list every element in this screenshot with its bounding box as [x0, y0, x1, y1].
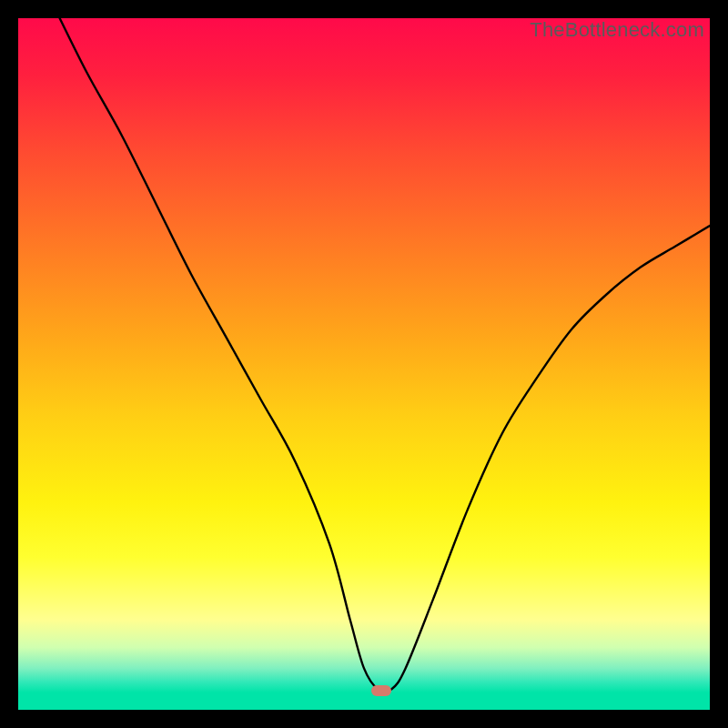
bottleneck-curve	[18, 18, 710, 710]
axis-border-top	[0, 0, 728, 18]
axis-border-bottom	[0, 710, 728, 728]
axis-border-right	[710, 0, 728, 728]
optimum-marker	[371, 685, 391, 696]
chart-frame: TheBottleneck.com	[18, 18, 710, 710]
axis-border-left	[0, 0, 18, 728]
